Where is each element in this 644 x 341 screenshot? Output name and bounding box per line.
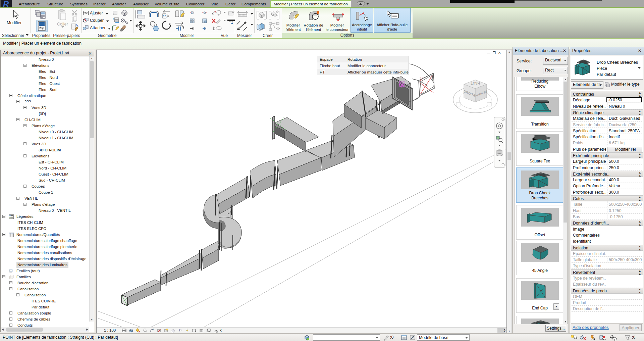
svg-text:HAUT: HAUT xyxy=(471,81,480,85)
